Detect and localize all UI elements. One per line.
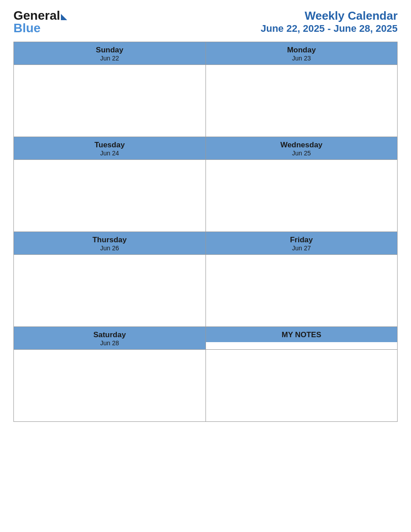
title-section: Weekly Calendar June 22, 2025 - June 28,… xyxy=(261,9,398,34)
tuesday-name: Tuesday xyxy=(16,141,204,150)
row-1-headers: Sunday Jun 22 Monday Jun 23 xyxy=(14,42,398,65)
monday-header-cell: Monday Jun 23 xyxy=(206,42,398,65)
saturday-body xyxy=(14,350,206,422)
notes-label: MY NOTES xyxy=(208,330,396,339)
wednesday-body xyxy=(206,160,398,232)
saturday-header-cell: Saturday Jun 28 xyxy=(14,327,206,350)
calendar-title: Weekly Calendar xyxy=(261,9,398,23)
sunday-header: Sunday Jun 22 xyxy=(14,42,206,64)
row-4-body xyxy=(14,350,398,422)
friday-name: Friday xyxy=(208,236,396,245)
tuesday-date: Jun 24 xyxy=(16,150,204,157)
row-1-body xyxy=(14,65,398,137)
sunday-body xyxy=(14,65,206,137)
thursday-name: Thursday xyxy=(16,236,204,245)
logo-blue: Blue xyxy=(13,22,67,34)
wednesday-name: Wednesday xyxy=(208,141,396,150)
logo-general: General xyxy=(13,9,60,22)
wednesday-date: Jun 25 xyxy=(208,150,396,157)
monday-body xyxy=(206,65,398,137)
calendar-subtitle: June 22, 2025 - June 28, 2025 xyxy=(261,23,398,34)
notes-body xyxy=(206,350,398,422)
friday-header: Friday Jun 27 xyxy=(206,232,398,254)
row-2-body xyxy=(14,160,398,232)
saturday-header: Saturday Jun 28 xyxy=(14,327,206,349)
tuesday-header: Tuesday Jun 24 xyxy=(14,137,206,159)
thursday-body xyxy=(14,255,206,327)
notes-header: MY NOTES xyxy=(206,327,398,342)
tuesday-body xyxy=(14,160,206,232)
logo-triangle-icon xyxy=(61,14,67,20)
row-2-headers: Tuesday Jun 24 Wednesday Jun 25 xyxy=(14,137,398,160)
logo: General Blue xyxy=(13,9,67,34)
monday-date: Jun 23 xyxy=(208,55,396,62)
sunday-header-cell: Sunday Jun 22 xyxy=(14,42,206,65)
friday-header-cell: Friday Jun 27 xyxy=(206,232,398,255)
thursday-date: Jun 26 xyxy=(16,245,204,252)
sunday-date: Jun 22 xyxy=(16,55,204,62)
wednesday-header: Wednesday Jun 25 xyxy=(206,137,398,159)
saturday-date: Jun 28 xyxy=(16,339,204,347)
calendar-table: Sunday Jun 22 Monday Jun 23 Tuesday Jun … xyxy=(13,42,398,422)
friday-body xyxy=(206,255,398,327)
friday-date: Jun 27 xyxy=(208,245,396,252)
wednesday-header-cell: Wednesday Jun 25 xyxy=(206,137,398,160)
saturday-name: Saturday xyxy=(16,330,204,339)
thursday-header: Thursday Jun 26 xyxy=(14,232,206,254)
row-4-headers: Saturday Jun 28 MY NOTES xyxy=(14,327,398,350)
row-3-body xyxy=(14,255,398,327)
notes-header-cell: MY NOTES xyxy=(206,327,398,350)
monday-header: Monday Jun 23 xyxy=(206,42,398,64)
page-header: General Blue Weekly Calendar June 22, 20… xyxy=(13,9,398,34)
thursday-header-cell: Thursday Jun 26 xyxy=(14,232,206,255)
row-3-headers: Thursday Jun 26 Friday Jun 27 xyxy=(14,232,398,255)
sunday-name: Sunday xyxy=(16,46,204,55)
tuesday-header-cell: Tuesday Jun 24 xyxy=(14,137,206,160)
monday-name: Monday xyxy=(208,46,396,55)
